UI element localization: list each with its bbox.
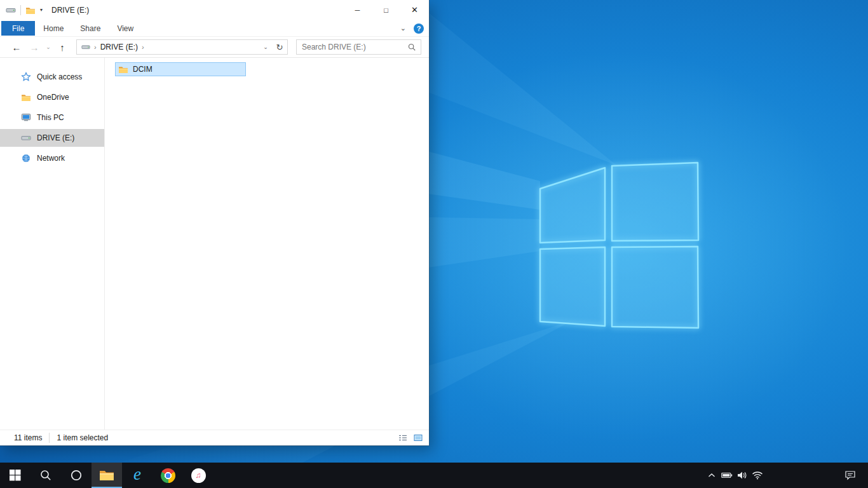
maximize-button[interactable]: □ bbox=[372, 0, 400, 20]
large-icons-view-icon bbox=[414, 434, 423, 442]
address-bar[interactable]: › DRIVE (E:) › ⌄ ↻ bbox=[76, 39, 288, 55]
taskbar-search-button[interactable] bbox=[31, 463, 61, 488]
back-button[interactable]: ← bbox=[8, 39, 25, 55]
address-drive-icon bbox=[81, 43, 90, 51]
close-button[interactable]: ✕ bbox=[400, 0, 429, 20]
battery-button[interactable] bbox=[719, 463, 735, 488]
sidebar-item-drive-e[interactable]: DRIVE (E:) bbox=[0, 129, 104, 147]
sidebar-item-network[interactable]: Network bbox=[0, 149, 104, 167]
sidebar-item-label: OneDrive bbox=[37, 93, 69, 102]
separator bbox=[49, 433, 50, 443]
expand-ribbon-icon[interactable]: ⌄ bbox=[400, 25, 406, 32]
qat-customize-icon[interactable]: ▾ bbox=[40, 8, 43, 13]
internet-explorer-icon: e bbox=[133, 466, 141, 483]
selection-count: 1 item selected bbox=[57, 433, 108, 442]
status-bar: 11 items 1 item selected bbox=[0, 430, 429, 445]
search-input[interactable] bbox=[297, 40, 407, 54]
network-button[interactable] bbox=[750, 463, 765, 488]
folder-icon bbox=[118, 65, 128, 74]
tab-share[interactable]: Share bbox=[72, 21, 109, 36]
windows-logo-icon bbox=[10, 470, 21, 481]
details-view-icon bbox=[398, 434, 407, 442]
start-button[interactable] bbox=[0, 463, 31, 488]
details-view-button[interactable] bbox=[396, 431, 410, 444]
window-drive-icon bbox=[6, 5, 16, 15]
system-tray bbox=[704, 463, 868, 488]
breadcrumb-separator: › bbox=[94, 43, 97, 51]
search-box[interactable] bbox=[296, 39, 421, 55]
file-item-dcim[interactable]: DCIM bbox=[115, 62, 246, 76]
cortana-circle-icon bbox=[70, 469, 83, 482]
refresh-icon[interactable]: ↻ bbox=[272, 40, 287, 54]
search-icon[interactable] bbox=[407, 43, 416, 51]
navigation-pane: Quick access OneDrive This PC DRIVE (E:)… bbox=[0, 58, 105, 430]
sidebar-item-quick-access[interactable]: Quick access bbox=[0, 68, 104, 86]
volume-icon bbox=[736, 471, 748, 480]
onedrive-icon bbox=[21, 93, 31, 102]
recent-locations-icon[interactable]: ⌄ bbox=[44, 44, 53, 50]
chrome-icon bbox=[161, 468, 175, 483]
wifi-icon bbox=[752, 471, 763, 480]
sidebar-item-this-pc[interactable]: This PC bbox=[0, 109, 104, 126]
forward-button[interactable]: → bbox=[26, 39, 43, 55]
files-area[interactable]: DCIM bbox=[105, 58, 429, 430]
search-icon bbox=[39, 469, 52, 482]
drive-icon bbox=[21, 133, 31, 143]
items-count: 11 items bbox=[14, 433, 42, 442]
qat-folder-icon[interactable] bbox=[25, 6, 36, 15]
titlebar: ▾ DRIVE (E:) ─ □ ✕ bbox=[0, 0, 429, 20]
volume-button[interactable] bbox=[735, 463, 750, 488]
breadcrumb-drive[interactable]: DRIVE (E:) bbox=[100, 43, 138, 51]
itunes-icon: ♫ bbox=[191, 468, 206, 483]
breadcrumb-separator[interactable]: › bbox=[142, 43, 144, 51]
taskbar-file-explorer-button[interactable] bbox=[92, 463, 122, 488]
battery-icon bbox=[721, 472, 733, 478]
address-dropdown-icon[interactable]: ⌄ bbox=[259, 40, 272, 54]
help-icon[interactable]: ? bbox=[414, 24, 424, 34]
sidebar-item-label: Quick access bbox=[37, 72, 82, 81]
action-center-icon bbox=[844, 470, 856, 480]
up-button[interactable]: ↑ bbox=[54, 39, 71, 55]
taskbar: e ♫ bbox=[0, 463, 868, 488]
chevron-up-icon bbox=[708, 473, 715, 478]
music-note-icon: ♫ bbox=[196, 471, 201, 480]
sidebar-item-label: Network bbox=[37, 154, 65, 163]
sidebar-item-onedrive[interactable]: OneDrive bbox=[0, 88, 104, 106]
taskbar-internet-explorer-button[interactable]: e bbox=[122, 463, 153, 488]
cortana-button[interactable] bbox=[61, 463, 92, 488]
minimize-button[interactable]: ─ bbox=[343, 0, 372, 20]
window-controls: ─ □ ✕ bbox=[343, 0, 429, 20]
separator bbox=[20, 5, 21, 15]
sidebar-item-label: This PC bbox=[37, 113, 64, 122]
quick-access-toolbar: ▾ bbox=[0, 5, 43, 15]
quick-access-star-icon bbox=[21, 72, 31, 82]
this-pc-icon bbox=[21, 112, 31, 123]
taskbar-chrome-button[interactable] bbox=[153, 463, 183, 488]
window-title: DRIVE (E:) bbox=[51, 6, 89, 15]
network-icon bbox=[21, 153, 31, 163]
navigation-bar: ← → ⌄ ↑ › DRIVE (E:) › ⌄ ↻ bbox=[0, 37, 429, 58]
action-center-button[interactable] bbox=[836, 463, 864, 488]
file-explorer-icon bbox=[99, 469, 114, 482]
tab-home[interactable]: Home bbox=[35, 21, 72, 36]
hidden-icons-button[interactable] bbox=[704, 463, 719, 488]
large-icons-view-button[interactable] bbox=[411, 431, 425, 444]
sidebar-item-label: DRIVE (E:) bbox=[37, 133, 74, 142]
tab-view[interactable]: View bbox=[109, 21, 142, 36]
file-name: DCIM bbox=[133, 65, 153, 74]
tab-file[interactable]: File bbox=[1, 21, 35, 36]
ribbon-tab-bar: File Home Share View ⌄ ? bbox=[0, 20, 429, 37]
taskbar-itunes-button[interactable]: ♫ bbox=[183, 463, 214, 488]
file-explorer-window: ▾ DRIVE (E:) ─ □ ✕ File Home Share View … bbox=[0, 0, 429, 445]
